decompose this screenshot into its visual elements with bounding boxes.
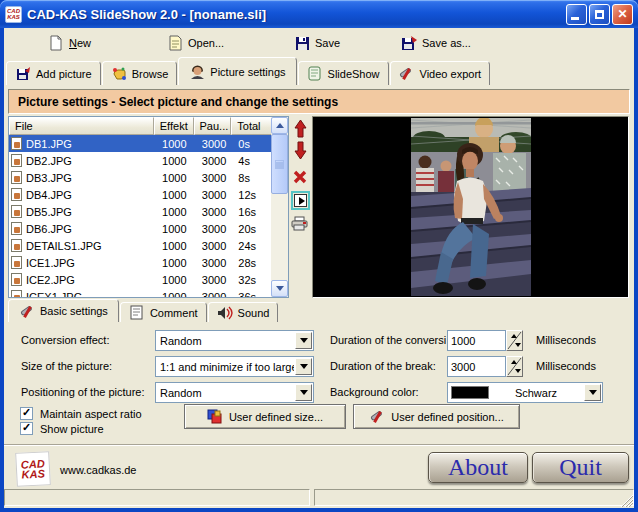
- total-value: 4s: [231, 155, 271, 167]
- list-item[interactable]: ICEX1.JPG1000300036s: [9, 288, 271, 297]
- minimize-icon: [571, 17, 579, 20]
- tab-video-export[interactable]: Video export: [390, 61, 491, 85]
- open-button[interactable]: Open...: [163, 33, 228, 53]
- list-item[interactable]: DB4.JPG1000300012s: [9, 186, 271, 203]
- tab-browse[interactable]: Browse: [102, 61, 178, 85]
- print-button[interactable]: [291, 214, 309, 232]
- move-down-button[interactable]: [291, 141, 309, 159]
- total-value: 24s: [231, 240, 271, 252]
- scrollbar-thumb[interactable]: [271, 134, 288, 194]
- duration-conversion-label: Duration of the conversio: [330, 334, 446, 346]
- conversion-effect-select[interactable]: Random: [155, 330, 314, 351]
- tab-picture-settings[interactable]: Picture settings: [178, 57, 296, 85]
- subtab-label: Sound: [238, 307, 270, 319]
- resize-grip-icon[interactable]: [620, 494, 633, 507]
- maximize-button[interactable]: [589, 4, 610, 25]
- subtab-label: Comment: [150, 307, 198, 319]
- website-link[interactable]: www.cadkas.de: [60, 464, 136, 476]
- subtab-basic-settings[interactable]: Basic settings: [8, 299, 119, 322]
- picture-settings-icon: [189, 64, 205, 80]
- list-item[interactable]: DB6.JPG1000300020s: [9, 220, 271, 237]
- file-list-rows: DB1.JPG100030000sDB2.JPG100030004sDB3.JP…: [9, 135, 271, 297]
- total-value: 8s: [231, 172, 271, 184]
- list-item[interactable]: DB2.JPG100030004s: [9, 152, 271, 169]
- show-picture-checkbox[interactable]: [20, 422, 33, 435]
- save-icon: [294, 35, 310, 51]
- list-item[interactable]: ICE2.JPG1000300032s: [9, 271, 271, 288]
- spin-updown-icon: [507, 357, 522, 376]
- column-header-file[interactable]: File: [9, 117, 154, 135]
- list-item[interactable]: DB5.JPG1000300016s: [9, 203, 271, 220]
- tab-label: Video export: [420, 68, 482, 80]
- dropdown-button[interactable]: [295, 332, 312, 349]
- section-banner: Picture settings - Select picture and ch…: [8, 89, 630, 114]
- image-file-icon: [11, 290, 22, 297]
- dropdown-button[interactable]: [295, 358, 312, 375]
- scroll-down-button[interactable]: [271, 280, 288, 297]
- image-file-icon: [11, 188, 22, 201]
- column-header-total[interactable]: Total: [231, 117, 271, 135]
- list-item[interactable]: DB1.JPG100030000s: [9, 135, 271, 152]
- image-file-icon: [11, 205, 22, 218]
- list-item[interactable]: DB3.JPG100030008s: [9, 169, 271, 186]
- close-button[interactable]: ✕: [612, 4, 633, 25]
- play-button[interactable]: [291, 191, 310, 210]
- file-name: ICEX1.JPG: [26, 291, 82, 298]
- duration-break-label: Duration of the break:: [330, 360, 436, 372]
- maintain-aspect-checkbox[interactable]: [20, 407, 33, 420]
- positioning-value: Random: [156, 387, 294, 399]
- total-value: 28s: [231, 257, 271, 269]
- picture-size-select[interactable]: 1:1 and minimize if too large: [155, 356, 314, 377]
- duration-conversion-spinner[interactable]: [506, 330, 523, 351]
- image-file-icon: [11, 154, 22, 167]
- background-color-select[interactable]: Schwarz: [447, 382, 603, 403]
- tab-add-picture[interactable]: Add picture: [6, 61, 101, 85]
- add-picture-icon: [15, 66, 31, 82]
- subtab-comment[interactable]: Comment: [120, 302, 207, 322]
- app-logo-icon: CAD KAS: [5, 6, 22, 23]
- save-as-button[interactable]: Save as...: [397, 33, 475, 53]
- dropdown-button[interactable]: [584, 384, 601, 401]
- conversion-effect-value: Random: [156, 335, 294, 347]
- banner-text: Picture settings - Select picture and ch…: [18, 95, 338, 109]
- column-header-effekt[interactable]: Effekt: [154, 117, 194, 135]
- duration-conversion-input[interactable]: [447, 330, 506, 351]
- total-value: 32s: [231, 274, 271, 286]
- list-item[interactable]: ICE1.JPG1000300028s: [9, 254, 271, 271]
- tab-slideshow[interactable]: SlideShow: [298, 61, 389, 85]
- maximize-icon: [595, 10, 604, 19]
- positioning-select[interactable]: Random: [155, 382, 314, 403]
- about-button[interactable]: About: [428, 452, 528, 483]
- move-up-button[interactable]: [291, 119, 309, 137]
- footer-divider: [4, 444, 634, 446]
- save-label: Save: [315, 37, 340, 49]
- quit-button[interactable]: Quit: [532, 452, 629, 483]
- app-window: CAD KAS CAD-KAS SlideShow 2.0 - [noname.…: [0, 0, 638, 512]
- sound-icon: [217, 305, 233, 321]
- file-name: DB4.JPG: [26, 189, 72, 201]
- open-file-icon: [167, 35, 183, 51]
- duration-conversion-unit: Milliseconds: [536, 334, 596, 346]
- duration-break-input[interactable]: [447, 356, 506, 377]
- scroll-up-button[interactable]: [271, 117, 288, 134]
- dropdown-button[interactable]: [295, 384, 312, 401]
- pause-value: 3000: [194, 138, 232, 150]
- user-defined-size-button[interactable]: User defined size...: [184, 404, 346, 429]
- effekt-value: 1000: [154, 257, 194, 269]
- close-icon: ✕: [617, 7, 627, 21]
- new-button[interactable]: New: [44, 33, 95, 53]
- duration-break-spinner[interactable]: [506, 356, 523, 377]
- chevron-down-icon: [300, 364, 308, 369]
- list-scrollbar[interactable]: [271, 117, 288, 297]
- user-defined-position-button[interactable]: User defined position...: [353, 404, 520, 429]
- user-defined-size-icon: [207, 409, 223, 425]
- column-header-pause[interactable]: Pau...: [194, 117, 232, 135]
- save-button[interactable]: Save: [290, 33, 344, 53]
- subtab-sound[interactable]: Sound: [208, 302, 279, 322]
- list-item[interactable]: DETAILS1.JPG1000300024s: [9, 237, 271, 254]
- effekt-value: 1000: [154, 291, 194, 298]
- delete-picture-button[interactable]: [291, 167, 309, 185]
- new-label: New: [69, 37, 91, 49]
- minimize-button[interactable]: [566, 4, 587, 25]
- file-list: File Effekt Pau... Total DB1.JPG10003000…: [8, 116, 289, 298]
